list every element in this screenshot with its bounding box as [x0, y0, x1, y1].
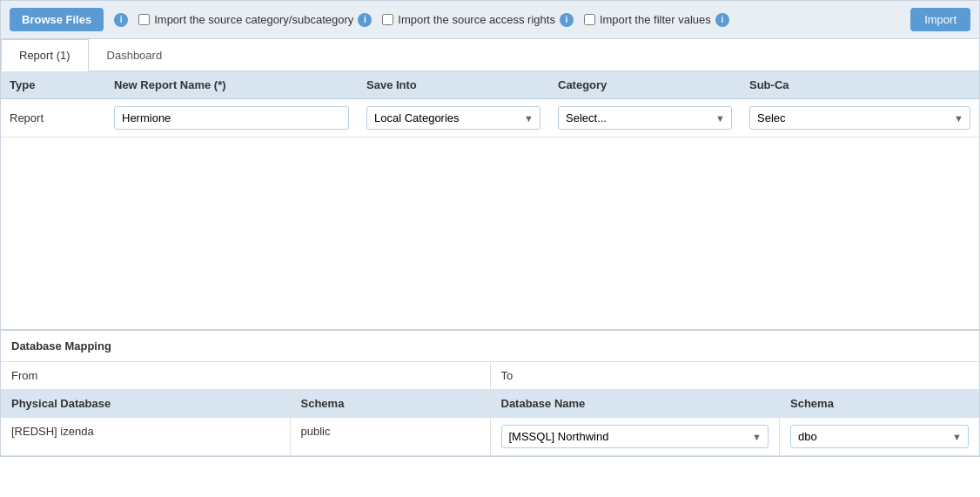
filter-values-info-icon[interactable]: i: [715, 13, 729, 27]
col-header-save-into: Save Into: [358, 71, 549, 99]
report-table: Type New Report Name (*) Save Into Categ…: [1, 71, 979, 138]
db-mapping-to-label: To: [491, 362, 980, 389]
import-source-access-group: Import the source access rights i: [382, 13, 574, 27]
schema-to-select[interactable]: dbo: [790, 425, 969, 448]
import-filter-values-label: Import the filter values: [600, 13, 711, 26]
table-empty-space: [1, 138, 979, 329]
db-name-select[interactable]: [MSSQL] Northwind: [501, 425, 769, 448]
db-header-schema-to: Schema: [780, 390, 979, 417]
category-select[interactable]: Select...: [558, 106, 732, 130]
table-row: Report Local Categories ▼: [1, 99, 979, 138]
db-header-db-name: Database Name: [491, 390, 781, 417]
db-mapping-section: Database Mapping From To Physical Databa…: [1, 330, 979, 456]
new-report-name-input[interactable]: [114, 106, 349, 130]
subcategory-select[interactable]: Selec: [749, 106, 970, 130]
db-mapping-data-row: [REDSH] izenda public [MSSQL] Northwind …: [1, 418, 979, 456]
db-physical-db-value: [REDSH] izenda: [1, 418, 291, 455]
report-table-wrapper: Type New Report Name (*) Save Into Categ…: [1, 71, 979, 330]
db-name-select-container: [MSSQL] Northwind ▼: [501, 425, 769, 448]
save-into-select-wrapper: Local Categories ▼: [366, 106, 540, 130]
table-header-row: Type New Report Name (*) Save Into Categ…: [1, 71, 979, 99]
db-header-schema-from: Schema: [291, 390, 490, 417]
cell-save-into: Local Categories ▼: [358, 99, 549, 138]
db-mapping-data-right: [MSSQL] Northwind ▼ dbo ▼: [491, 418, 980, 455]
toolbar: Browse Files i Import the source categor…: [1, 1, 979, 39]
import-button[interactable]: Import: [910, 8, 970, 31]
import-source-category-group: Import the source category/subcategory i: [138, 13, 372, 27]
col-header-type: Type: [1, 71, 105, 99]
db-mapping-header-right: Database Name Schema: [491, 390, 980, 417]
db-mapping-header-row: Physical Database Schema Database Name S…: [1, 390, 979, 418]
import-source-category-label: Import the source category/subcategory: [154, 13, 353, 26]
db-mapping-data-left: [REDSH] izenda public: [1, 418, 491, 455]
db-header-physical-db: Physical Database: [1, 390, 291, 417]
db-mapping-from-to-row: From To: [1, 362, 979, 390]
db-mapping-title: Database Mapping: [1, 331, 979, 362]
col-header-new-report-name: New Report Name (*): [105, 71, 358, 99]
cell-category: Select... ▼: [549, 99, 741, 138]
cell-type: Report: [1, 99, 105, 138]
col-header-category: Category: [549, 71, 741, 99]
cell-new-report-name: [105, 99, 358, 138]
cell-subcategory: Selec ▼: [741, 99, 979, 138]
db-schema-to-select-wrapper: dbo ▼: [780, 418, 979, 455]
import-source-access-checkbox[interactable]: [382, 14, 393, 25]
subcategory-select-wrapper: Selec ▼: [749, 106, 970, 130]
import-filter-values-checkbox[interactable]: [584, 14, 595, 25]
db-name-select-wrapper: [MSSQL] Northwind ▼: [491, 418, 781, 455]
db-schema-from-value: public: [291, 418, 490, 455]
category-select-wrapper: Select... ▼: [558, 106, 732, 130]
browse-files-info-icon[interactable]: i: [114, 13, 128, 27]
source-access-info-icon[interactable]: i: [560, 13, 574, 27]
save-into-select[interactable]: Local Categories: [366, 106, 540, 130]
import-source-category-checkbox[interactable]: [138, 14, 150, 25]
source-category-info-icon[interactable]: i: [358, 13, 372, 27]
main-container: Browse Files i Import the source categor…: [0, 0, 980, 457]
db-mapping-from-label: From: [1, 362, 491, 389]
tabs: Report (1) Dashboard: [1, 39, 979, 71]
tab-report[interactable]: Report (1): [1, 39, 89, 71]
import-filter-values-group: Import the filter values i: [584, 13, 729, 27]
import-source-access-label: Import the source access rights: [398, 13, 555, 26]
browse-files-button[interactable]: Browse Files: [10, 8, 104, 31]
db-mapping-header-left: Physical Database Schema: [1, 390, 491, 417]
schema-to-select-container: dbo ▼: [790, 425, 969, 448]
tab-dashboard[interactable]: Dashboard: [89, 39, 181, 71]
col-header-sub-category: Sub-Ca: [741, 71, 979, 99]
